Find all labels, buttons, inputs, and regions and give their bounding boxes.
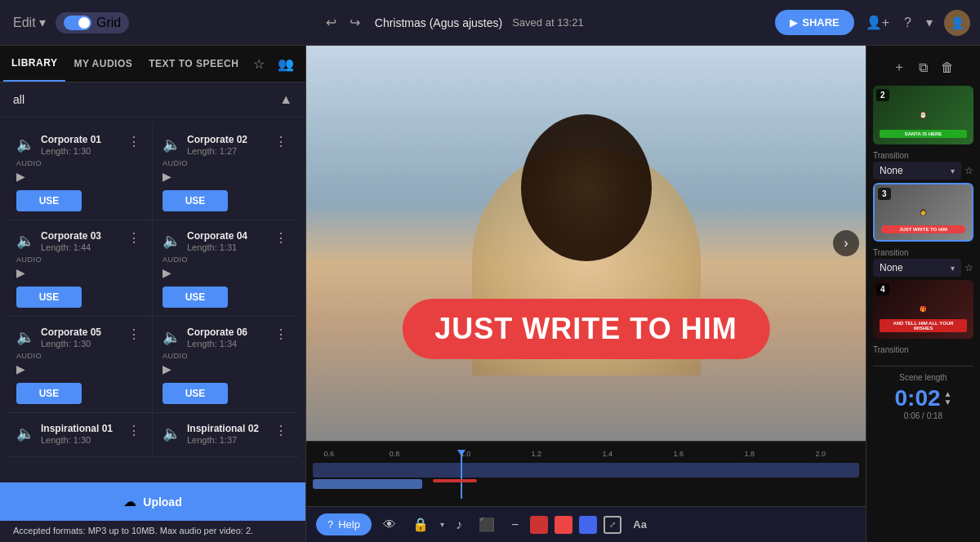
lock-chevron-icon[interactable]: ▾	[440, 520, 444, 529]
audio-length: Length: 1:27	[187, 146, 247, 156]
audio-menu-icon[interactable]: ⋮	[273, 423, 289, 438]
audio-menu-icon[interactable]: ⋮	[126, 230, 142, 246]
play-button[interactable]: ▶	[16, 170, 25, 183]
audio-menu-icon[interactable]: ⋮	[273, 134, 289, 149]
overlay-text: JUST WRITE TO HIM	[434, 312, 737, 345]
play-button[interactable]: ▶	[163, 170, 172, 183]
minus-icon-button[interactable]: −	[506, 514, 523, 535]
delete-scene-button[interactable]: 🗑	[938, 56, 957, 79]
center-right: JUST WRITE TO HIM › 0.6 0.8 1.0 1.2 1.4 …	[306, 46, 866, 542]
grid-toggle[interactable]: Grid	[56, 12, 129, 33]
audio-length: Length: 1:44	[41, 242, 101, 252]
scene-length-label: Scene length	[873, 373, 973, 382]
audio-name: Corporate 03	[41, 230, 101, 242]
undo-button[interactable]: ↩	[321, 11, 341, 33]
transition-select-3[interactable]: None ▾	[873, 259, 961, 277]
next-scene-button[interactable]: ›	[833, 230, 859, 256]
filter-chevron-icon[interactable]: ▲	[279, 92, 292, 107]
audio-item-inspirational-02: 🔈 Inspirational 02 Length: 1:37 ⋮	[153, 413, 299, 457]
upload-bar[interactable]: ☁ Upload	[0, 482, 305, 521]
scene-length-stepper: ▲ ▼	[944, 390, 952, 406]
toggle-switch[interactable]	[64, 16, 91, 30]
upload-note: Accepted formats: MP3 up to 10MB. Max au…	[0, 521, 305, 542]
use-button[interactable]: USE	[16, 287, 82, 308]
tab-my-audios[interactable]: MY AUDIOS	[65, 47, 140, 81]
audio-menu-icon[interactable]: ⋮	[126, 327, 142, 342]
redo-button[interactable]: ↪	[345, 11, 365, 33]
filter-label: all	[13, 93, 24, 106]
star-icon[interactable]: ☆	[247, 50, 271, 78]
use-button[interactable]: USE	[16, 383, 82, 404]
audio-menu-icon[interactable]: ⋮	[273, 327, 289, 342]
audio-waveform-icon: 🔈	[16, 136, 34, 153]
play-button[interactable]: ▶	[16, 266, 25, 279]
expand-icon[interactable]: ⤢	[604, 516, 621, 534]
audio-waveform-icon: 🔈	[16, 232, 34, 250]
audio-waveform-icon: 🔈	[163, 136, 180, 153]
use-button[interactable]: USE	[163, 383, 228, 404]
color-swatch-dark-red[interactable]	[530, 516, 548, 534]
tab-text-to-speech[interactable]: TEXT TO SPEECH	[140, 47, 247, 81]
add-user-button[interactable]: 👤+	[862, 11, 893, 33]
scene-banner-2: SANTA IS HERE	[880, 130, 967, 138]
audio-menu-icon[interactable]: ⋮	[126, 423, 142, 438]
transition-star-icon[interactable]: ☆	[964, 165, 973, 176]
color-swatch-red[interactable]	[555, 516, 572, 534]
settings-chevron[interactable]: ▾	[923, 11, 936, 33]
saved-status: Saved at 13:21	[512, 16, 583, 29]
tab-library[interactable]: LIBRARY	[3, 46, 65, 82]
timeline: 0.6 0.8 1.0 1.2 1.4 1.6 1.8 2.0	[306, 441, 866, 506]
music-icon-button[interactable]: ♪	[451, 514, 467, 535]
audio-item-corporate-01: 🔈 Corporate 01 Length: 1:30 ⋮ AUDIO ▶ US…	[7, 124, 153, 220]
text-icon-button[interactable]: Aa	[628, 515, 652, 534]
video-preview-area: JUST WRITE TO HIM ›	[306, 46, 866, 441]
lock-icon-button[interactable]: 🔒	[408, 513, 434, 535]
scene-thumb-4[interactable]: 4 🎁 AND TELL HIM ALL YOUR WISHES	[873, 280, 973, 339]
audio-grid: 🔈 Corporate 01 Length: 1:30 ⋮ AUDIO ▶ US…	[7, 124, 299, 457]
transition-chevron-icon: ▾	[951, 167, 955, 175]
transition-row-2: Transition None ▾ ☆	[873, 151, 973, 180]
transition-star-icon-3[interactable]: ☆	[964, 262, 973, 273]
audio-name: Inspirational 02	[187, 423, 259, 434]
audio-length: Length: 1:30	[41, 435, 113, 445]
people-icon[interactable]: 👥	[271, 50, 301, 78]
audio-length: Length: 1:37	[187, 435, 259, 445]
scene-length-max: 0:18	[927, 411, 942, 420]
scene-length-decrease[interactable]: ▼	[944, 398, 952, 406]
use-button[interactable]: USE	[163, 190, 228, 211]
share-button[interactable]: ▶ SHARE	[775, 10, 854, 35]
audio-name: Corporate 04	[187, 230, 247, 242]
scene-thumb-2[interactable]: 2 🎅 SANTA IS HERE	[873, 86, 973, 144]
scene-number-4: 4	[876, 283, 889, 295]
eye-icon-button[interactable]: 👁	[378, 514, 401, 535]
play-button[interactable]: ▶	[163, 266, 172, 279]
audio-label: AUDIO	[163, 255, 289, 264]
play-button[interactable]: ▶	[16, 362, 25, 375]
transition-row-3: Transition None ▾ ☆	[873, 248, 973, 277]
help-button[interactable]: ? Help	[316, 513, 372, 535]
scene-banner-4: AND TELL HIM ALL YOUR WISHES	[880, 319, 967, 332]
use-button[interactable]: USE	[16, 190, 82, 211]
audio-item-corporate-05: 🔈 Corporate 05 Length: 1:30 ⋮ AUDIO ▶ US…	[7, 317, 153, 413]
duplicate-scene-button[interactable]: ⧉	[915, 56, 931, 79]
transition-select-2[interactable]: None ▾	[873, 162, 961, 180]
crop-icon-button[interactable]: ⬛	[474, 513, 500, 535]
audio-label: AUDIO	[16, 352, 142, 360]
audio-waveform-icon: 🔈	[16, 424, 34, 442]
help-question-icon: ?	[327, 518, 333, 531]
audio-label: AUDIO	[16, 255, 142, 264]
play-button[interactable]: ▶	[163, 362, 172, 375]
help-icon-button[interactable]: ?	[901, 12, 915, 33]
edit-button[interactable]: Edit ▾	[10, 11, 49, 33]
project-name: Christmas (Agus ajustes)	[375, 16, 502, 29]
audio-label: AUDIO	[16, 159, 142, 167]
color-swatch-blue[interactable]	[579, 516, 597, 534]
upload-cloud-icon: ☁	[123, 494, 136, 509]
audio-menu-icon[interactable]: ⋮	[126, 134, 142, 149]
avatar[interactable]: 👤	[944, 10, 970, 36]
scene-thumb-3[interactable]: 3 👩 JUST WRITE TO HIM	[873, 183, 973, 242]
add-scene-button[interactable]: ＋	[889, 56, 909, 79]
use-button[interactable]: USE	[163, 287, 228, 308]
topbar-right: ▶ SHARE 👤+ ? ▾ 👤	[775, 10, 970, 36]
audio-menu-icon[interactable]: ⋮	[273, 230, 289, 246]
